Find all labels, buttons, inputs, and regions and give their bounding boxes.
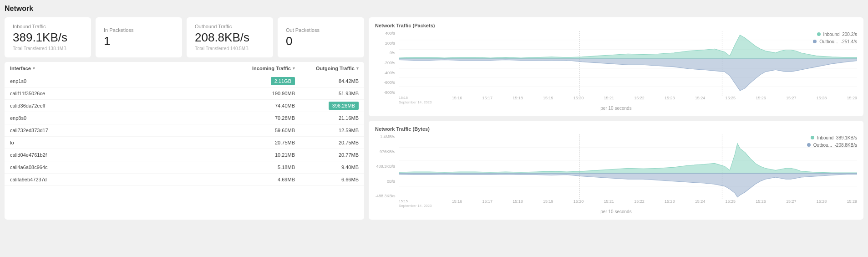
table-row[interactable]: calif11f35026ce190.90MB51.93MB	[5, 87, 364, 100]
stat-card-packetloss-in: In Packetloss 1	[96, 17, 182, 57]
col-incoming-header[interactable]: Incoming Traffic ▾	[228, 62, 300, 75]
stat-card-packetloss-out: Out Packetloss 0	[278, 17, 364, 57]
bytes-outbound-value: -208.8KB/s	[835, 143, 857, 148]
bytes-chart-content	[399, 134, 857, 199]
cell-outgoing-6: 20.77MB	[300, 149, 364, 161]
left-panel: Inbound Traffic 389.1KB/s Total Transfer…	[5, 17, 364, 220]
outgoing-sort-icon[interactable]: ▾	[356, 66, 359, 71]
bytes-legend: Inbound 389.1KB/s Outbou... -208.8KB/s	[807, 134, 857, 149]
outbound-dot	[813, 40, 817, 43]
table-row[interactable]: enp1s02.11GB84.42MB	[5, 75, 364, 87]
chart-bytes-card: Network Traffic (Bytes) 1.4MB/s 976KB/s …	[369, 121, 863, 220]
packets-legend: Inbound 200.2/s Outbou... -251.4/s	[813, 31, 857, 46]
packetloss-out-label: Out Packetloss	[286, 27, 356, 33]
packets-footer: per 10 seconds	[375, 106, 857, 111]
packetloss-out-value: 0	[286, 35, 356, 48]
packets-outbound-value: -251.4/s	[841, 39, 857, 44]
bytes-footer: per 10 seconds	[375, 209, 857, 214]
cell-interface-2: calid36da72eeff	[5, 100, 228, 112]
interface-table: Interface ▾ Incoming Traffic ▾ Outgoing …	[5, 62, 364, 220]
table-row[interactable]: califa9eb47237d4.69MB6.66MB	[5, 174, 364, 186]
cell-outgoing-5: 20.75MB	[300, 137, 364, 149]
cell-incoming-2: 74.40MB	[228, 100, 300, 112]
table-row[interactable]: calid04e4761b2f10.21MB20.77MB	[5, 149, 364, 161]
packets-chart-content	[399, 31, 857, 96]
inbound-sub: Total Transferred 138.1MB	[13, 46, 83, 51]
table-header: Interface ▾ Incoming Traffic ▾ Outgoing …	[5, 62, 364, 75]
stat-card-outbound: Outbound Traffic 208.8KB/s Total Transfe…	[187, 17, 273, 57]
page-title: Network	[5, 5, 863, 13]
bytes-y-axis: 1.4MB/s 976KB/s 488.3KB/s 0B/s -488.3KB/…	[375, 134, 397, 198]
inbound-dot	[817, 32, 821, 36]
cell-incoming-5: 20.75MB	[228, 137, 300, 149]
chart-bytes-area: 1.4MB/s 976KB/s 488.3KB/s 0B/s -488.3KB/…	[375, 134, 857, 207]
cell-incoming-4: 59.60MB	[228, 124, 300, 136]
interface-sort-icon[interactable]: ▾	[33, 66, 35, 71]
cell-interface-3: enp8s0	[5, 112, 228, 124]
packets-inbound-label: Inbound	[823, 32, 839, 37]
bytes-x-labels: 15:15September 14, 2023 15:16 15:17 15:1…	[399, 199, 857, 207]
packetloss-in-label: In Packetloss	[104, 27, 174, 33]
packets-y-axis: 400/s 200/s 0/s -200/s -400/s -600/s -80…	[375, 31, 397, 95]
bytes-outbound-label: Outbou...	[813, 143, 832, 148]
main-layout: Inbound Traffic 389.1KB/s Total Transfer…	[5, 17, 863, 220]
packets-legend-outbound: Outbou... -251.4/s	[813, 38, 857, 46]
stat-card-inbound: Inbound Traffic 389.1KB/s Total Transfer…	[5, 17, 91, 57]
outbound-sub: Total Transferred 140.5MB	[195, 46, 265, 51]
cell-outgoing-0: 84.42MB	[300, 75, 364, 87]
col-outgoing-label: Outgoing Traffic	[316, 66, 355, 71]
bytes-svg	[399, 134, 857, 199]
network-page: Network Inbound Traffic 389.1KB/s Total …	[0, 0, 868, 257]
cell-interface-6: calid04e4761b2f	[5, 149, 228, 161]
bytes-legend-inbound: Inbound 389.1KB/s	[807, 134, 857, 142]
col-interface-label: Interface	[10, 66, 31, 71]
table-row[interactable]: cali4a6a08c964c5.18MB9.40MB	[5, 161, 364, 174]
table-row[interactable]: calid36da72eeff74.40MB396.26MB	[5, 100, 364, 112]
cell-interface-5: lo	[5, 137, 228, 149]
packets-x-labels: 15:15September 14, 2023 15:16 15:17 15:1…	[399, 96, 857, 104]
cell-incoming-8: 4.69MB	[228, 174, 300, 185]
cell-outgoing-1: 51.93MB	[300, 87, 364, 99]
bytes-inbound-dot	[811, 136, 814, 139]
cell-incoming-0: 2.11GB	[228, 75, 300, 87]
cell-incoming-3: 70.28MB	[228, 112, 300, 124]
table-row[interactable]: enp8s070.28MB21.16MB	[5, 112, 364, 124]
chart-packets-title: Network Traffic (Packets)	[375, 23, 857, 28]
packets-legend-inbound: Inbound 200.2/s	[813, 31, 857, 38]
chart-packets-area: 400/s 200/s 0/s -200/s -400/s -600/s -80…	[375, 31, 857, 104]
cell-outgoing-4: 12.59MB	[300, 124, 364, 136]
inbound-value: 389.1KB/s	[13, 31, 83, 44]
inbound-label: Inbound Traffic	[13, 24, 83, 29]
cell-interface-0: enp1s0	[5, 75, 228, 87]
cell-outgoing-8: 6.66MB	[300, 174, 364, 185]
table-body: enp1s02.11GB84.42MBcalif11f35026ce190.90…	[5, 75, 364, 186]
col-outgoing-header[interactable]: Outgoing Traffic ▾	[300, 62, 364, 75]
packets-svg	[399, 31, 857, 96]
chart-packets-card: Network Traffic (Packets) 400/s 200/s 0/…	[369, 17, 863, 116]
cell-interface-8: califa9eb47237d	[5, 174, 228, 185]
cell-incoming-7: 5.18MB	[228, 161, 300, 173]
right-panel: Network Traffic (Packets) 400/s 200/s 0/…	[369, 17, 863, 220]
col-interface-header[interactable]: Interface ▾	[5, 62, 228, 75]
packetloss-in-value: 1	[104, 35, 174, 48]
packets-outbound-label: Outbou...	[819, 39, 838, 44]
bytes-legend-outbound: Outbou... -208.8KB/s	[807, 142, 857, 149]
outbound-label: Outbound Traffic	[195, 24, 265, 29]
cell-incoming-6: 10.21MB	[228, 149, 300, 161]
table-row[interactable]: cali732ed373d1759.60MB12.59MB	[5, 124, 364, 137]
stat-cards: Inbound Traffic 389.1KB/s Total Transfer…	[5, 17, 364, 57]
outbound-value: 208.8KB/s	[195, 31, 265, 44]
bytes-inbound-value: 389.1KB/s	[836, 135, 857, 140]
cell-outgoing-3: 21.16MB	[300, 112, 364, 124]
table-row[interactable]: lo20.75MB20.75MB	[5, 137, 364, 149]
cell-outgoing-7: 9.40MB	[300, 161, 364, 173]
col-incoming-label: Incoming Traffic	[252, 66, 291, 71]
bytes-inbound-label: Inbound	[817, 135, 833, 140]
bytes-outbound-dot	[807, 143, 811, 147]
cell-interface-1: calif11f35026ce	[5, 87, 228, 99]
chart-bytes-title: Network Traffic (Bytes)	[375, 126, 857, 132]
cell-interface-7: cali4a6a08c964c	[5, 161, 228, 173]
packets-inbound-value: 200.2/s	[842, 32, 857, 37]
cell-outgoing-2: 396.26MB	[300, 100, 364, 112]
incoming-sort-icon[interactable]: ▾	[293, 66, 295, 71]
